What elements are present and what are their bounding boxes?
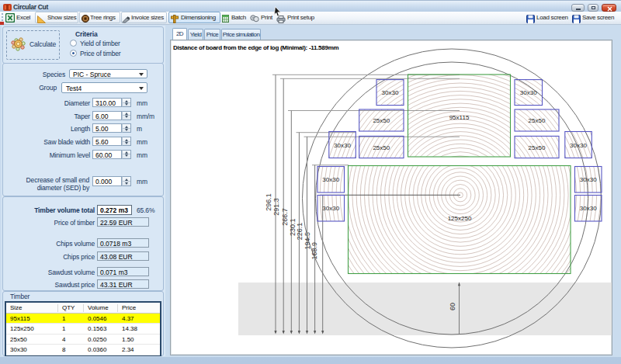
svg-text:266.7: 266.7	[281, 208, 289, 226]
svg-text:30x30: 30x30	[322, 176, 339, 183]
svg-text:30x30: 30x30	[580, 205, 597, 212]
svg-text:125x250: 125x250	[448, 215, 472, 222]
svg-text:30x30: 30x30	[334, 142, 351, 149]
svg-text:30x30: 30x30	[322, 205, 339, 212]
svg-text:95x115: 95x115	[449, 114, 470, 121]
svg-text:296.1: 296.1	[265, 193, 272, 211]
svg-text:230.1: 230.1	[289, 218, 297, 236]
svg-text:194.5: 194.5	[304, 232, 311, 250]
svg-text:25x50: 25x50	[529, 117, 546, 124]
svg-text:30x30: 30x30	[570, 142, 587, 149]
svg-text:60: 60	[449, 303, 456, 310]
svg-text:291.3: 291.3	[273, 198, 281, 216]
svg-text:226.1: 226.1	[297, 223, 304, 241]
svg-text:168.9: 168.9	[311, 242, 319, 260]
svg-text:25x50: 25x50	[373, 117, 390, 124]
svg-text:30x30: 30x30	[520, 89, 537, 96]
svg-text:25x50: 25x50	[373, 144, 390, 151]
svg-text:30x30: 30x30	[382, 89, 399, 96]
svg-text:25x50: 25x50	[529, 144, 546, 151]
svg-text:30x30: 30x30	[580, 176, 597, 183]
